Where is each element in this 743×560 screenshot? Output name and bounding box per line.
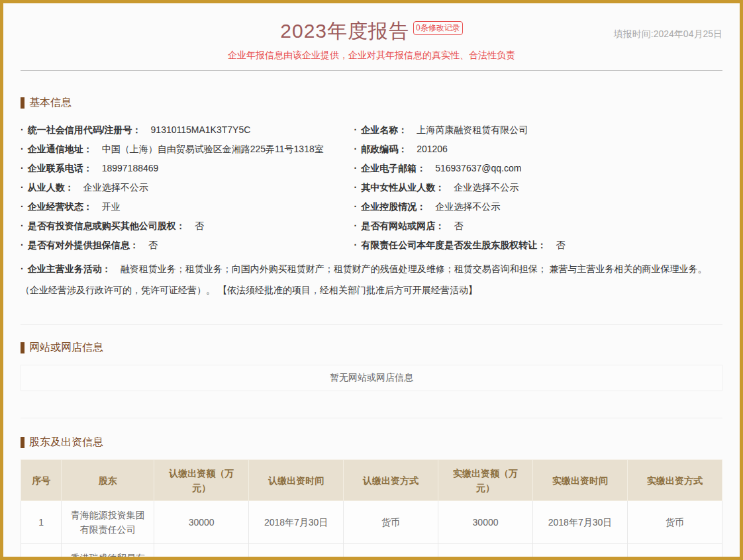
section-marker-bar [21, 342, 25, 353]
header-divider [21, 70, 722, 71]
cell-paid-method: 其他 [627, 544, 722, 560]
column-header-paid-method: 实缴出资方式 [627, 460, 722, 501]
field-company-name: 企业名称：上海芮康融资租赁有限公司 [354, 124, 723, 136]
section-title-text: 网站或网店信息 [29, 341, 103, 355]
field-credit-code: 统一社会信用代码/注册号：91310115MA1K3T7Y5C [21, 124, 354, 136]
column-header-subscribed-method: 认缴出资方式 [344, 460, 438, 501]
divider-after-basic-info [21, 324, 722, 325]
cell-subscribed-date: 2018年7月30日 [249, 544, 344, 560]
cell-shareholder: 青海能源投资集团有限责任公司 [62, 501, 154, 544]
section-title-shareholders: 股东及出资信息 [21, 436, 722, 449]
section-title-website: 网站或网店信息 [21, 341, 722, 355]
shareholders-table: 序号 股东 认缴出资额（万元） 认缴出资时间 认缴出资方式 实缴出资额（万元） … [21, 459, 722, 560]
cell-paid-date [533, 544, 628, 560]
table-row: 1 青海能源投资集团有限责任公司 30000 2018年7月30日 货币 300… [21, 501, 722, 544]
field-postcode: 邮政编码：201206 [354, 144, 723, 156]
field-phone: 企业联系电话：18997188469 [21, 163, 354, 175]
field-address: 企业通信地址：中国（上海）自由贸易试验区金湘路225弄11号1318室 [21, 144, 354, 156]
cell-subscribed-method: 货币 [344, 501, 438, 544]
column-header-shareholder: 股东 [62, 460, 154, 501]
cell-subscribed-date: 2018年7月30日 [249, 501, 344, 544]
section-title-basic-info: 基本信息 [21, 96, 722, 110]
cell-paid-amount: 30000 [438, 501, 533, 544]
field-has-guarantee: 是否有对外提供担保信息：否 [21, 240, 354, 252]
column-header-index: 序号 [21, 460, 62, 501]
basic-info-grid: 统一社会信用代码/注册号：91310115MA1K3T7Y5C 企业名称：上海芮… [21, 120, 722, 255]
field-equity-transfer: 有限责任公司本年度是否发生股东股权转让：否 [354, 240, 723, 252]
edit-records-badge[interactable]: 0条修改记录 [413, 21, 463, 35]
cell-paid-amount: 0 [438, 544, 533, 560]
section-marker-bar [21, 97, 25, 109]
column-header-subscribed-amount: 认缴出资额（万元） [154, 460, 249, 501]
annual-report-page: 2023年度报告0条修改记录 企业年报信息由该企业提供，企业对其年报信息的真实性… [0, 0, 743, 560]
report-fill-time: 填报时间:2024年04月25日 [614, 28, 722, 40]
column-header-paid-date: 实缴出资时间 [533, 460, 628, 501]
section-shareholders: 股东及出资信息 序号 股东 认缴出资额（万元） 认缴出资时间 认缴出资方式 实缴… [21, 436, 722, 560]
divider-after-website [21, 418, 722, 418]
website-empty-box: 暂无网站或网店信息 [21, 365, 722, 391]
field-has-website: 是否有网站或网店：否 [354, 220, 723, 232]
page-title: 2023年度报告 [280, 18, 409, 45]
website-empty-text: 暂无网站或网店信息 [330, 372, 413, 384]
column-header-paid-amount: 实缴出资额（万元） [438, 460, 533, 501]
report-header: 2023年度报告0条修改记录 企业年报信息由该企业提供，企业对其年报信息的真实性… [3, 3, 740, 71]
cell-subscribed-amount: 30000 [154, 501, 249, 544]
field-main-business: 企业主营业务活动：融资租赁业务；租赁业务；向国内外购买租赁财产；租赁财产的残值处… [21, 258, 722, 301]
cell-subscribed-amount: 10000 [154, 544, 249, 560]
cell-index: 2 [21, 544, 62, 560]
section-title-text: 基本信息 [29, 96, 72, 110]
table-row: 2 香港瑞盛德贸易有限公司 10000 2018年7月30日 货币 0 其他 [21, 544, 722, 560]
field-has-investment: 是否有投资信息或购买其他公司股权：否 [21, 220, 354, 232]
field-operating-status: 企业经营状态：开业 [21, 201, 354, 213]
section-website-info: 网站或网店信息 暂无网站或网店信息 [21, 341, 722, 418]
cell-subscribed-method: 货币 [344, 544, 438, 560]
shareholders-header-row: 序号 股东 认缴出资额（万元） 认缴出资时间 认缴出资方式 实缴出资额（万元） … [21, 460, 722, 501]
field-female-employees: 其中女性从业人数：企业选择不公示 [354, 182, 723, 194]
section-title-text: 股东及出资信息 [29, 436, 103, 449]
column-header-subscribed-date: 认缴出资时间 [249, 460, 344, 501]
cell-shareholder: 香港瑞盛德贸易有限公司 [62, 544, 154, 560]
report-disclaimer: 企业年报信息由该企业提供，企业对其年报信息的真实性、合法性负责 [3, 50, 740, 62]
cell-paid-date: 2018年7月30日 [533, 501, 628, 544]
field-email: 企业电子邮箱：516937637@qq.com [354, 163, 723, 175]
field-holding-status: 企业控股情况：企业选择不公示 [354, 201, 723, 213]
cell-index: 1 [21, 501, 62, 544]
section-marker-bar [21, 437, 25, 448]
cell-paid-method: 货币 [627, 501, 722, 544]
section-basic-info: 基本信息 统一社会信用代码/注册号：91310115MA1K3T7Y5C 企业名… [21, 96, 722, 325]
field-employees: 从业人数：企业选择不公示 [21, 182, 354, 194]
